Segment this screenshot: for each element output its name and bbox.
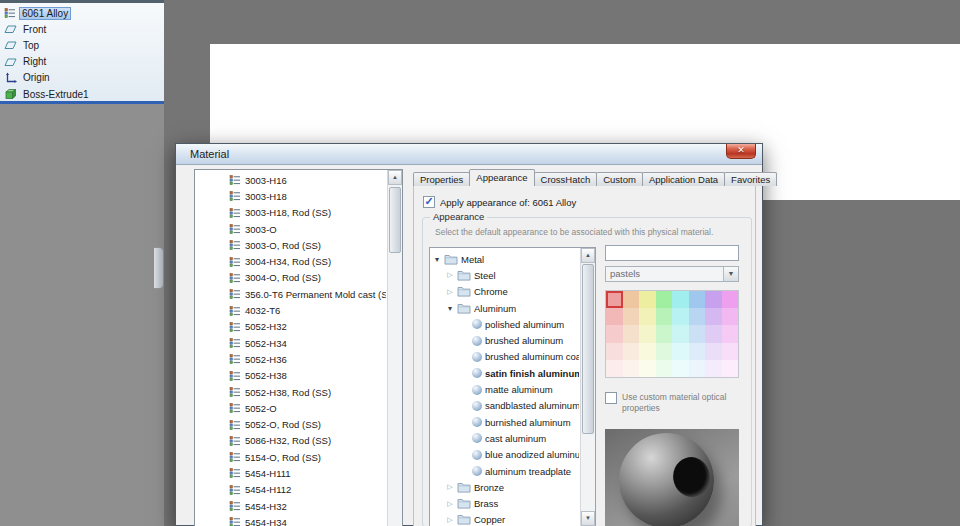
appearance-item-steel[interactable]: ▷Steel bbox=[430, 267, 579, 283]
color-swatch[interactable] bbox=[606, 325, 623, 342]
material-list-item-5454-h32[interactable]: 5454-H32 bbox=[195, 498, 386, 514]
appearance-item-cast-aluminum[interactable]: cast aluminum bbox=[430, 430, 579, 446]
appearance-item-aluminum-treadplate[interactable]: aluminum treadplate bbox=[430, 463, 579, 479]
color-swatch[interactable] bbox=[722, 291, 739, 308]
appearance-item-matte-aluminum[interactable]: matte aluminum bbox=[430, 381, 579, 397]
color-swatch[interactable] bbox=[606, 360, 623, 377]
material-list-item-5154-o-rod-ss[interactable]: 5154-O, Rod (SS) bbox=[195, 449, 386, 465]
appearance-tree-scrollbar[interactable]: ▲ ▼ bbox=[580, 248, 595, 526]
scroll-up-button[interactable]: ▲ bbox=[388, 170, 402, 185]
color-swatch[interactable] bbox=[606, 308, 623, 325]
color-swatch[interactable] bbox=[656, 343, 673, 360]
material-list-item-5086-h32-rod-ss[interactable]: 5086-H32, Rod (SS) bbox=[195, 433, 386, 449]
expand-arrow-icon[interactable]: ▷ bbox=[446, 516, 454, 524]
color-swatch[interactable] bbox=[656, 360, 673, 377]
color-swatch[interactable] bbox=[672, 291, 689, 308]
color-swatch[interactable] bbox=[672, 360, 689, 377]
color-swatch[interactable] bbox=[639, 308, 656, 325]
tab-application-data[interactable]: Application Data bbox=[642, 172, 725, 186]
scroll-up-button[interactable]: ▲ bbox=[581, 248, 595, 263]
color-swatch[interactable] bbox=[639, 291, 656, 308]
material-list-item-5454-h112[interactable]: 5454-H112 bbox=[195, 482, 386, 498]
color-swatch[interactable] bbox=[689, 343, 706, 360]
color-swatch[interactable] bbox=[705, 343, 722, 360]
scroll-thumb[interactable] bbox=[389, 187, 401, 253]
feature-tree-item-top[interactable]: Top bbox=[0, 37, 164, 53]
color-swatch[interactable] bbox=[689, 308, 706, 325]
color-swatch[interactable] bbox=[606, 343, 623, 360]
scroll-thumb[interactable] bbox=[582, 264, 594, 434]
color-swatch[interactable] bbox=[656, 325, 673, 342]
material-list-item-4032-t6[interactable]: 4032-T6 bbox=[195, 302, 386, 318]
material-list-item-3003-h16[interactable]: 3003-H16 bbox=[195, 172, 386, 188]
color-swatch[interactable] bbox=[672, 308, 689, 325]
color-swatch[interactable] bbox=[623, 360, 640, 377]
material-list-item-5052-o[interactable]: 5052-O bbox=[195, 400, 386, 416]
color-swatch[interactable] bbox=[672, 343, 689, 360]
material-list-item-5052-o-rod-ss[interactable]: 5052-O, Rod (SS) bbox=[195, 416, 386, 432]
material-list-item-5052-h32[interactable]: 5052-H32 bbox=[195, 319, 386, 335]
color-swatch[interactable] bbox=[606, 291, 623, 308]
tab-favorites[interactable]: Favorites bbox=[724, 172, 777, 186]
material-list-item-356-0-t6-permanent-mold-cast-ss[interactable]: 356.0-T6 Permanent Mold cast (SS) bbox=[195, 286, 386, 302]
feature-tree-item-boss-extrude1[interactable]: Boss-Extrude1 bbox=[0, 86, 164, 102]
appearance-item-satin-finish-aluminum[interactable]: satin finish aluminum bbox=[430, 365, 579, 381]
dialog-titlebar[interactable]: Material ✕ bbox=[176, 144, 762, 165]
scroll-down-button[interactable]: ▼ bbox=[581, 511, 595, 526]
expand-arrow-icon[interactable]: ▷ bbox=[446, 288, 454, 296]
material-list-item-5052-h38[interactable]: 5052-H38 bbox=[195, 368, 386, 384]
collapse-arrow-icon[interactable]: ▾ bbox=[433, 255, 441, 264]
color-swatch[interactable] bbox=[689, 325, 706, 342]
feature-tree-item-origin[interactable]: Origin bbox=[0, 70, 164, 86]
close-button[interactable]: ✕ bbox=[726, 144, 756, 159]
material-list-item-3004-h34-rod-ss[interactable]: 3004-H34, Rod (SS) bbox=[195, 253, 386, 269]
material-list-item-3003-o[interactable]: 3003-O bbox=[195, 221, 386, 237]
tab-crosshatch[interactable]: CrossHatch bbox=[534, 172, 598, 186]
color-swatch[interactable] bbox=[705, 325, 722, 342]
appearance-item-blue-anodized-aluminum[interactable]: blue anodized aluminum bbox=[430, 447, 579, 463]
feature-tree-item-6061-alloy[interactable]: 6061 Alloy bbox=[0, 5, 164, 21]
material-list-item-5454-h111[interactable]: 5454-H111 bbox=[195, 465, 386, 481]
material-list-item-3003-h18-rod-ss[interactable]: 3003-H18, Rod (SS) bbox=[195, 205, 386, 221]
color-swatch[interactable] bbox=[623, 343, 640, 360]
color-swatch[interactable] bbox=[639, 343, 656, 360]
expand-arrow-icon[interactable]: ▷ bbox=[446, 500, 454, 508]
apply-appearance-checkbox[interactable]: ✓ bbox=[423, 196, 435, 208]
color-swatch[interactable] bbox=[689, 291, 706, 308]
color-swatch[interactable] bbox=[705, 360, 722, 377]
material-list-item-3003-o-rod-ss[interactable]: 3003-O, Rod (SS) bbox=[195, 237, 386, 253]
appearance-item-brushed-aluminum-coarse[interactable]: brushed aluminum coarse bbox=[430, 349, 579, 365]
color-swatch[interactable] bbox=[722, 343, 739, 360]
rollback-bar[interactable] bbox=[0, 101, 164, 104]
appearance-item-burnished-aluminum[interactable]: burnished aluminum bbox=[430, 414, 579, 430]
color-swatch[interactable] bbox=[623, 308, 640, 325]
appearance-item-polished-aluminum[interactable]: polished aluminum bbox=[430, 316, 579, 332]
expand-arrow-icon[interactable]: ▷ bbox=[446, 271, 454, 279]
palette-dropdown[interactable]: pastels ▼ bbox=[605, 266, 739, 282]
appearance-item-metal[interactable]: ▾Metal bbox=[430, 251, 579, 267]
appearance-item-aluminum[interactable]: ▾Aluminum bbox=[430, 300, 579, 316]
material-list-item-5454-h34[interactable]: 5454-H34 bbox=[195, 514, 386, 526]
collapse-arrow-icon[interactable]: ▾ bbox=[446, 304, 454, 313]
color-swatch[interactable] bbox=[672, 325, 689, 342]
appearance-item-bronze[interactable]: ▷Bronze bbox=[430, 479, 579, 495]
material-list-item-5052-h36[interactable]: 5052-H36 bbox=[195, 351, 386, 367]
material-list-item-3004-o-rod-ss[interactable]: 3004-O, Rod (SS) bbox=[195, 270, 386, 286]
appearance-item-brushed-aluminum[interactable]: brushed aluminum bbox=[430, 332, 579, 348]
color-swatch[interactable] bbox=[623, 291, 640, 308]
appearance-item-chrome[interactable]: ▷Chrome bbox=[430, 284, 579, 300]
color-swatch[interactable] bbox=[623, 325, 640, 342]
tab-custom[interactable]: Custom bbox=[596, 172, 643, 186]
dropdown-arrow-icon[interactable]: ▼ bbox=[723, 267, 738, 281]
tab-properties[interactable]: Properties bbox=[413, 172, 470, 186]
appearance-item-copper[interactable]: ▷Copper bbox=[430, 512, 579, 526]
color-search-input[interactable] bbox=[605, 245, 739, 261]
custom-optical-checkbox[interactable]: ✓ bbox=[605, 392, 617, 404]
panel-collapse-handle[interactable] bbox=[154, 247, 164, 289]
appearance-item-brass[interactable]: ▷Brass bbox=[430, 495, 579, 511]
appearance-item-sandblasted-aluminum[interactable]: sandblasted aluminum bbox=[430, 398, 579, 414]
color-swatch[interactable] bbox=[722, 308, 739, 325]
color-swatch[interactable] bbox=[639, 325, 656, 342]
color-swatch[interactable] bbox=[705, 291, 722, 308]
materials-scrollbar[interactable]: ▲ bbox=[387, 170, 402, 526]
